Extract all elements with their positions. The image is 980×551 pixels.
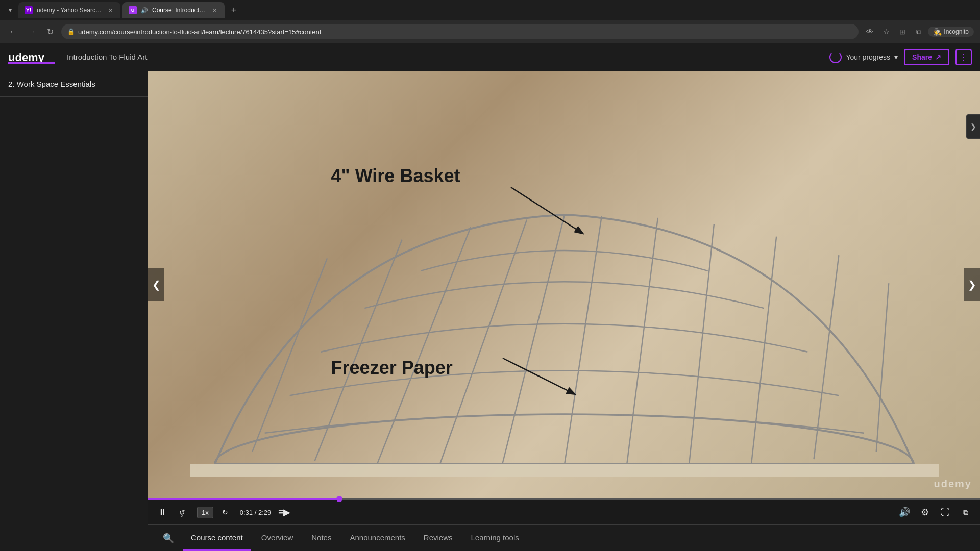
- time-current: 0:31: [240, 509, 253, 516]
- browser-tab-udemy[interactable]: U 🔊 Course: Introduction To Flu... ✕: [122, 2, 225, 18]
- tab-learning-tools[interactable]: Learning tools: [463, 525, 527, 551]
- nav-actions: 👁 ☆ ⊞ ⧉ 🕵 Incognito: [863, 24, 974, 39]
- speed-button[interactable]: 1x: [197, 507, 213, 518]
- tab-audio-icon: 🔊: [141, 7, 148, 14]
- browser-tab-yahoo[interactable]: Y! udemy - Yahoo Search Results ✕: [18, 2, 120, 18]
- new-tab-button[interactable]: +: [227, 3, 241, 17]
- tab-announcements[interactable]: Announcements: [341, 525, 413, 551]
- tab-reviews[interactable]: Reviews: [415, 525, 461, 551]
- progress-knob: [336, 496, 342, 502]
- video-wrapper[interactable]: 4" Wire Basket Freezer Paper udemy ❮: [148, 71, 980, 498]
- nav-arrow-left[interactable]: ❮: [148, 268, 164, 301]
- progress-button[interactable]: Your progress ▾: [829, 51, 898, 63]
- video-area: 4" Wire Basket Freezer Paper udemy ❮: [148, 71, 980, 551]
- svg-line-17: [503, 358, 574, 394]
- tab-favicon-yahoo: Y!: [24, 6, 33, 14]
- tab-dropdown[interactable]: ▾: [4, 4, 16, 16]
- url-text: udemy.com/course/introduction-to-fluid-a…: [78, 28, 852, 36]
- playlist-button[interactable]: ≡▶: [276, 504, 292, 520]
- incognito-icon: 🕵: [933, 28, 942, 36]
- extension-icon-1[interactable]: 👁: [863, 24, 877, 39]
- main-area: 2. Work Space Essentials: [0, 71, 980, 551]
- tab-close-yahoo[interactable]: ✕: [106, 6, 114, 14]
- forward-button[interactable]: ↻: [218, 504, 235, 520]
- tab-title-udemy: Course: Introduction To Flu...: [152, 7, 206, 14]
- time-total: 2:29: [258, 509, 271, 516]
- nav-back-button[interactable]: ←: [6, 24, 20, 39]
- wire-basket-arrow: [506, 182, 608, 243]
- volume-button[interactable]: 🔊: [896, 504, 913, 520]
- controls-right: 🔊 ⚙ ⛶ ⧉: [896, 504, 974, 520]
- incognito-badge: 🕵 Incognito: [928, 27, 974, 37]
- time-display: 0:31 / 2:29: [240, 509, 271, 516]
- more-button[interactable]: ⋮: [955, 49, 972, 65]
- miniplayer-button[interactable]: ⧉: [958, 504, 974, 520]
- course-title-header: Introduction To Fluid Art: [67, 53, 829, 61]
- address-bar[interactable]: 🔒 udemy.com/course/introduction-to-fluid…: [61, 24, 859, 39]
- progress-bar-bg: [148, 498, 980, 500]
- svg-line-3: [252, 258, 327, 452]
- svg-line-11: [751, 237, 776, 463]
- extension-icon-2[interactable]: ⊞: [895, 24, 910, 39]
- share-button[interactable]: Share ↗: [904, 49, 949, 65]
- svg-text:5: 5: [181, 514, 183, 517]
- svg-text:↻: ↻: [222, 508, 228, 516]
- udemy-watermark: udemy: [934, 478, 972, 490]
- tab-close-udemy[interactable]: ✕: [210, 6, 218, 14]
- browser-tabs-bar: ▾ Y! udemy - Yahoo Search Results ✕ U 🔊 …: [0, 0, 980, 20]
- tab-notes[interactable]: Notes: [303, 525, 339, 551]
- video-label-freezer-paper: Freezer Paper: [331, 357, 453, 379]
- browser-chrome: ▾ Y! udemy - Yahoo Search Results ✕ U 🔊 …: [0, 0, 980, 43]
- sidebar: 2. Work Space Essentials: [0, 71, 148, 551]
- tab-overview[interactable]: Overview: [253, 525, 302, 551]
- progress-bar-container[interactable]: [148, 498, 980, 500]
- settings-button[interactable]: ⚙: [917, 504, 933, 520]
- share-label: Share: [912, 53, 932, 61]
- freezer-paper-arrow: [498, 353, 600, 404]
- nav-forward-button[interactable]: →: [24, 24, 39, 39]
- video-controls: ⏸ ↺ 5 1x ↻ 0:31 / 2:29: [148, 498, 980, 524]
- collapse-sidebar-button[interactable]: ❯: [966, 114, 980, 139]
- tab-favicon-udemy: U: [129, 6, 137, 14]
- bottom-tabs-bar: 🔍 Course content Overview Notes Announce…: [148, 524, 980, 551]
- svg-line-5: [377, 227, 470, 464]
- tab-title-yahoo: udemy - Yahoo Search Results: [37, 7, 102, 14]
- progress-label: Your progress: [846, 53, 890, 61]
- incognito-label: Incognito: [944, 28, 969, 35]
- progress-circle: [829, 51, 842, 63]
- svg-rect-1: [8, 62, 55, 64]
- video-label-wire-basket: 4" Wire Basket: [331, 165, 460, 187]
- sidebar-lesson-item[interactable]: 2. Work Space Essentials: [0, 71, 148, 97]
- header-right: Your progress ▾ Share ↗ ⋮: [829, 49, 972, 65]
- udemy-header: udemy Introduction To Fluid Art Your pro…: [0, 43, 980, 71]
- udemy-app: udemy Introduction To Fluid Art Your pro…: [0, 43, 980, 551]
- svg-text:udemy: udemy: [8, 51, 45, 64]
- tab-course-content[interactable]: Course content: [183, 525, 251, 551]
- time-separator: /: [255, 509, 258, 516]
- sidebar-icon[interactable]: ⧉: [912, 24, 926, 39]
- nav-arrow-right[interactable]: ❯: [964, 268, 980, 301]
- browser-nav-bar: ← → ↻ 🔒 udemy.com/course/introduction-to…: [0, 20, 980, 43]
- search-button[interactable]: 🔍: [160, 530, 177, 546]
- svg-rect-15: [190, 464, 939, 477]
- svg-line-8: [564, 216, 601, 466]
- nav-refresh-button[interactable]: ↻: [43, 24, 57, 39]
- bookmark-icon[interactable]: ☆: [879, 24, 893, 39]
- pause-button[interactable]: ⏸: [154, 504, 170, 520]
- fullscreen-button[interactable]: ⛶: [937, 504, 953, 520]
- svg-line-10: [689, 224, 714, 465]
- share-icon: ↗: [935, 53, 941, 61]
- rewind-button[interactable]: ↺ 5: [176, 504, 192, 520]
- progress-bar-fill: [148, 498, 339, 500]
- lock-icon: 🔒: [67, 28, 75, 35]
- svg-line-16: [511, 187, 582, 233]
- udemy-logo[interactable]: udemy: [8, 50, 55, 64]
- svg-line-13: [876, 283, 888, 452]
- progress-chevron: ▾: [894, 53, 898, 61]
